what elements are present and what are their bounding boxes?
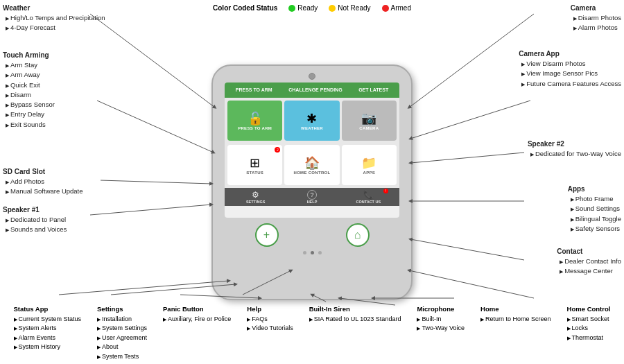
contact-bar-icon: 📞 (363, 190, 374, 200)
camera-tile-icon: 📷 (361, 112, 376, 125)
home-control-label: HOME CONTROL (294, 171, 331, 175)
weather-label: Weather High/Lo Temps and Precipitation … (3, 3, 105, 33)
help-bar-item[interactable]: ? HELP (288, 190, 336, 204)
arm-icon: 🔓 (248, 112, 263, 125)
weather-icon: ✱ (306, 112, 317, 125)
screen-grid-row1: 🔓 PRESS TO ARM ✱ WEATHER 📷 CAMERA (225, 98, 399, 144)
camera-tile-label: CAMERA (359, 126, 379, 130)
status-armed: Armed (382, 4, 411, 12)
svg-line-9 (410, 239, 524, 260)
tile-arm[interactable]: 🔓 PRESS TO ARM (227, 101, 282, 141)
device-dots (303, 251, 322, 254)
svg-line-2 (409, 14, 534, 107)
bottom-labels: Status App Current System Status System … (0, 304, 624, 361)
siren-col: Built-In Siren SIA Rated to UL 1023 Stan… (309, 304, 401, 324)
home-control-icon: 🏠 (304, 157, 320, 169)
dot-1 (303, 251, 306, 254)
screen-bottom-bar: ⚙ SETTINGS ? HELP 📞 ! CONTACT US (225, 188, 399, 206)
not-ready-dot (329, 5, 336, 12)
tile-status[interactable]: 2 ⊞ STATUS (227, 145, 282, 185)
apps-tile-icon: 📁 (361, 157, 376, 169)
dot-2 (311, 251, 314, 254)
status-not-ready: Not Ready (329, 4, 370, 12)
svg-line-10 (59, 281, 229, 295)
apps-tile-label: APPS (363, 171, 376, 175)
settings-bar-icon: ⚙ (252, 190, 259, 200)
svg-line-4 (410, 101, 530, 139)
svg-line-6 (410, 153, 524, 163)
contact-bar-label: CONTACT US (356, 200, 381, 204)
camera-dot (309, 73, 315, 80)
svg-line-1 (90, 14, 215, 107)
settings-col: Settings Installation System Settings Us… (97, 304, 147, 361)
header-item-2: GET LATEST (358, 87, 388, 92)
armed-dot (382, 5, 389, 12)
help-col: Help FAQs Video Tutorials (247, 304, 293, 333)
not-ready-label: Not Ready (338, 4, 370, 12)
header-item-0: PRESS TO ARM (236, 87, 272, 92)
apps-label: Apps Photo Frame Sound Settings Bilingua… (568, 184, 621, 234)
screen-header: PRESS TO ARM CHALLENGE PENDING GET LATES… (225, 83, 399, 98)
home-col: Home Return to Home Screen (480, 304, 551, 324)
sd-card-label: SD Card Slot Add Photos Manual Software … (3, 166, 83, 197)
dot-3 (318, 251, 322, 254)
screen-grid-row2: 2 ⊞ STATUS 🏠 HOME CONTROL 📁 APPS (225, 144, 399, 188)
tile-home-control[interactable]: 🏠 HOME CONTROL (284, 145, 339, 185)
svg-line-17 (409, 270, 534, 298)
status-ready: Ready (288, 4, 318, 12)
speaker2-label: Speaker #2 Dedicated for Two-Way Voice (528, 139, 621, 159)
main-container: Color Coded Status Ready Not Ready Armed… (0, 0, 624, 364)
ready-dot (288, 5, 295, 12)
device-screen: PRESS TO ARM CHALLENGE PENDING GET LATES… (225, 83, 399, 218)
microphone-col: Microphone Built-In Two-Way Voice (417, 304, 465, 333)
status-icon: ⊞ (250, 157, 260, 169)
camera-app-label: Camera App View Disarm Photos View Image… (519, 49, 621, 89)
panic-plus-button[interactable]: + (255, 223, 279, 247)
device-controls: + ⌂ (221, 223, 403, 247)
status-badge: 2 (275, 147, 280, 153)
status-bar-title: Color Coded Status (213, 4, 277, 12)
status-tile-label: STATUS (246, 171, 263, 175)
tile-apps[interactable]: 📁 APPS (342, 145, 397, 185)
header-item-1: CHALLENGE PENDING (288, 87, 342, 92)
contact-label: Contact Dealer Contact Info Message Cent… (557, 246, 621, 277)
contact-badge: ! (383, 189, 388, 193)
status-app-col: Status App Current System Status System … (14, 304, 82, 352)
weather-tile-label: WEATHER (301, 126, 323, 130)
tile-weather[interactable]: ✱ WEATHER (284, 101, 339, 141)
device-body: PRESS TO ARM CHALLENGE PENDING GET LATES… (211, 64, 413, 300)
arm-label: PRESS TO ARM (238, 126, 272, 130)
home-button[interactable]: ⌂ (346, 223, 370, 247)
panic-col: Panic Button Auxiliary, Fire or Police (163, 304, 231, 324)
help-bar-label: HELP (307, 200, 318, 204)
tile-camera[interactable]: 📷 CAMERA (342, 101, 397, 141)
camera-label: Camera Disarm Photos Alarm Photos (571, 3, 621, 33)
svg-line-5 (101, 180, 211, 184)
home-control-col: Home Control Smart Socket Locks Thermost… (567, 304, 611, 343)
armed-label: Armed (391, 4, 411, 12)
ready-label: Ready (297, 4, 318, 12)
status-bar: Color Coded Status Ready Not Ready Armed (213, 4, 411, 12)
help-bar-icon: ? (307, 190, 317, 200)
speaker1-label: Speaker #1 Dedicated to Panel Sounds and… (3, 205, 67, 235)
touch-arming-label: Touch Arming Arm Stay Arm Away Quick Exi… (3, 50, 55, 130)
contact-bar-item[interactable]: 📞 ! CONTACT US (344, 190, 392, 204)
settings-bar-item[interactable]: ⚙ SETTINGS (232, 190, 280, 204)
device-illustration: PRESS TO ARM CHALLENGE PENDING GET LATES… (211, 64, 413, 300)
svg-line-7 (90, 205, 211, 215)
settings-bar-label: SETTINGS (246, 200, 266, 204)
svg-line-3 (97, 101, 214, 153)
